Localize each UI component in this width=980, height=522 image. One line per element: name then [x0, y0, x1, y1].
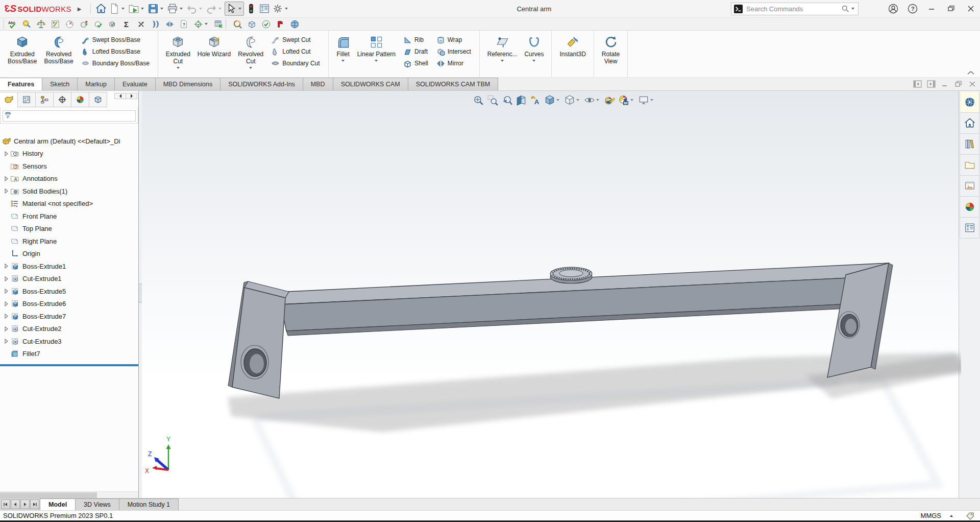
dropdown-caret[interactable]: [532, 60, 535, 62]
displaymanager-tab[interactable]: [71, 92, 89, 107]
design-library-tab[interactable]: [960, 134, 979, 155]
dimxpertmanager-tab[interactable]: [53, 92, 71, 107]
ribbon-tab[interactable]: Markup: [77, 78, 115, 90]
dropdown-caret[interactable]: [285, 8, 288, 10]
zoom-fit-button[interactable]: [471, 93, 485, 107]
tree-root-item[interactable]: Central arm (Default) <<Default>_Di: [0, 135, 138, 148]
expand-arrow-icon[interactable]: [3, 314, 10, 319]
verification-button[interactable]: [261, 18, 272, 30]
tree-item[interactable]: Cut-Extrude3: [0, 335, 138, 348]
instant3d-button[interactable]: Instant3D: [556, 33, 589, 76]
tree-item[interactable]: Cut-Extrude1: [0, 273, 138, 286]
wrap-button[interactable]: Wrap: [434, 34, 473, 45]
dropdown-caret[interactable]: [501, 60, 504, 62]
custom-properties-tab[interactable]: [960, 218, 979, 239]
restore-button[interactable]: [946, 4, 957, 13]
expand-arrow-icon[interactable]: [3, 251, 10, 256]
dropdown-caret[interactable]: [556, 99, 559, 101]
geometry-check-button[interactable]: [93, 18, 104, 30]
costing-button[interactable]: [213, 18, 229, 30]
view-palette-tab[interactable]: [960, 176, 979, 197]
more-tab[interactable]: [89, 92, 107, 107]
section-properties-button[interactable]: [50, 18, 61, 30]
view-orientation-button[interactable]: [543, 93, 562, 107]
redo-button[interactable]: [205, 2, 224, 15]
search-commands-box[interactable]: [731, 3, 859, 15]
lofted-boss-base-button[interactable]: Lofted Boss/Base: [79, 46, 152, 57]
user-account-icon[interactable]: [888, 4, 898, 14]
panel-horizontal-scrollbar[interactable]: [0, 491, 138, 498]
display-pane-button[interactable]: [258, 2, 271, 15]
extruded-boss-base-button[interactable]: ExtrudedBoss/Base: [4, 33, 40, 76]
tree-item[interactable]: History: [0, 148, 138, 160]
tree-item[interactable]: Fillet7: [0, 348, 138, 361]
close-button[interactable]: [966, 4, 976, 13]
dropdown-caret[interactable]: [576, 99, 579, 101]
open-button[interactable]: [128, 2, 146, 15]
expand-arrow-icon[interactable]: [3, 339, 10, 344]
check-active-document-button[interactable]: [107, 18, 118, 30]
last-tab-button[interactable]: [30, 500, 39, 509]
dropdown-caret[interactable]: [341, 60, 345, 62]
mass-properties-button[interactable]: [36, 18, 46, 30]
rotate-view-button[interactable]: RotateView: [598, 33, 623, 76]
appearances-scenes-tab[interactable]: [960, 197, 979, 218]
document-tab[interactable]: Model: [40, 499, 76, 510]
previous-tab-button[interactable]: [11, 500, 20, 509]
ribbon-tab[interactable]: MBD Dimensions: [155, 78, 221, 90]
revolved-boss-base-button[interactable]: RevolvedBoss/Base: [40, 33, 77, 76]
expand-arrow-icon[interactable]: [3, 351, 10, 357]
ribbon-tab[interactable]: SOLIDWORKS CAM: [333, 78, 408, 90]
select-button[interactable]: [225, 2, 244, 16]
propertymanager-tab[interactable]: [17, 92, 36, 107]
expand-arrow-icon[interactable]: [3, 188, 10, 194]
display-style-button[interactable]: [562, 93, 582, 107]
dropdown-caret[interactable]: [160, 8, 163, 10]
ribbon-tab[interactable]: Evaluate: [114, 78, 156, 90]
reference-geometry-button[interactable]: Referenc...: [484, 33, 521, 76]
tree-item[interactable]: Origin: [0, 248, 138, 260]
swept-boss-base-button[interactable]: Swept Boss/Base: [79, 34, 152, 45]
featuremanager-tab[interactable]: [0, 92, 18, 107]
rollback-bar[interactable]: [0, 364, 138, 366]
print-button[interactable]: [166, 2, 185, 15]
fillet-button[interactable]: Fillet: [333, 33, 354, 76]
next-tab-button[interactable]: [20, 500, 30, 509]
spell-check-button[interactable]: Abc: [7, 18, 18, 30]
ribbon-tab[interactable]: MBD: [303, 78, 333, 90]
expand-arrow-icon[interactable]: [3, 239, 10, 244]
linear-pattern-button[interactable]: Linear Pattern: [354, 33, 399, 76]
zoom-area-button[interactable]: [485, 93, 500, 107]
shell-button[interactable]: Shell: [401, 58, 430, 69]
unit-system-selector[interactable]: MMGS: [921, 512, 954, 519]
expand-arrow-icon[interactable]: [3, 151, 10, 156]
pane-previous-icon[interactable]: [913, 80, 922, 88]
tree-item[interactable]: Material <not specified>: [0, 198, 138, 210]
dropdown-caret[interactable]: [249, 67, 252, 69]
annotation-views-button[interactable]: A: [528, 93, 543, 107]
draft-button[interactable]: Draft: [401, 46, 430, 57]
central-arm-model[interactable]: [142, 91, 961, 498]
toolbox-button[interactable]: [275, 18, 286, 30]
dropdown-caret[interactable]: [180, 8, 183, 10]
expand-arrow-icon[interactable]: [3, 226, 10, 231]
ribbon-tab[interactable]: Sketch: [42, 78, 78, 90]
search-input[interactable]: [746, 5, 841, 13]
hole-wizard-button[interactable]: Hole Wizard: [194, 33, 234, 76]
dropdown-caret[interactable]: [238, 8, 241, 10]
new-document-button[interactable]: [108, 2, 127, 15]
tree-item[interactable]: Boss-Extrude6: [0, 298, 138, 311]
tree-item[interactable]: Top Plane: [0, 223, 138, 235]
undo-button[interactable]: [186, 2, 204, 15]
expand-arrow-icon[interactable]: [3, 201, 10, 206]
tree-item[interactable]: Solid Bodies(1): [0, 185, 138, 198]
expand-arrow-icon[interactable]: [3, 326, 10, 331]
collapse-ribbon-icon[interactable]: [967, 70, 975, 75]
expand-arrow-icon[interactable]: [3, 276, 10, 281]
search-dropdown-caret[interactable]: [851, 8, 854, 10]
performance-evaluation-button[interactable]: [64, 18, 75, 30]
expand-arrow-icon[interactable]: [3, 264, 10, 269]
tree-item[interactable]: Boss-Extrude7: [0, 310, 138, 323]
expand-arrow-icon[interactable]: [3, 213, 10, 219]
scrollbar-thumb[interactable]: [0, 492, 97, 498]
